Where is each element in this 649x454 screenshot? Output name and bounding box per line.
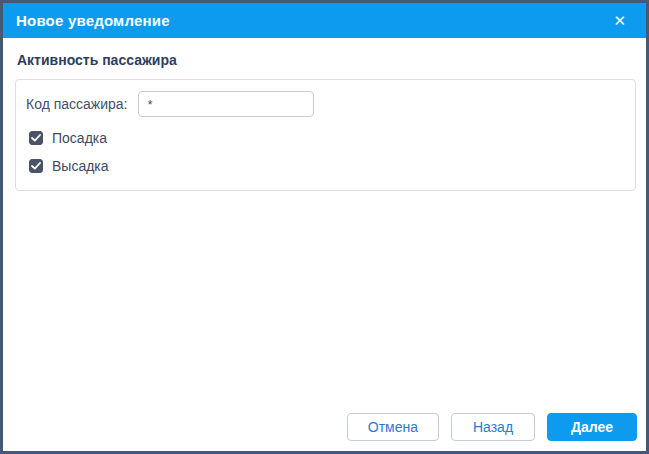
passenger-code-row: Код пассажира:: [26, 91, 625, 117]
checkbox-row-alighting[interactable]: Высадка: [26, 158, 625, 174]
next-button[interactable]: Далее: [547, 413, 637, 441]
checkmark-icon: [31, 162, 41, 170]
section-title: Активность пассажира: [17, 52, 634, 68]
boarding-checkbox[interactable]: [29, 131, 43, 145]
passenger-code-label: Код пассажира:: [26, 96, 128, 112]
back-button[interactable]: Назад: [451, 413, 535, 441]
new-notification-dialog: Новое уведомление ✕ Активность пассажира…: [0, 0, 649, 454]
passenger-activity-panel: Код пассажира: Посадка Высадка: [15, 79, 636, 191]
alighting-checkbox-label: Высадка: [52, 158, 109, 174]
dialog-title: Новое уведомление: [16, 12, 170, 29]
alighting-checkbox[interactable]: [29, 159, 43, 173]
passenger-code-input[interactable]: [138, 91, 314, 117]
dialog-footer: Отмена Назад Далее: [347, 413, 637, 441]
dialog-titlebar: Новое уведомление ✕: [3, 3, 646, 38]
close-icon[interactable]: ✕: [608, 9, 631, 32]
checkbox-row-boarding[interactable]: Посадка: [26, 130, 625, 146]
cancel-button[interactable]: Отмена: [347, 413, 439, 441]
boarding-checkbox-label: Посадка: [52, 130, 107, 146]
checkmark-icon: [31, 134, 41, 142]
dialog-content: Активность пассажира Код пассажира: Поса…: [3, 38, 646, 191]
